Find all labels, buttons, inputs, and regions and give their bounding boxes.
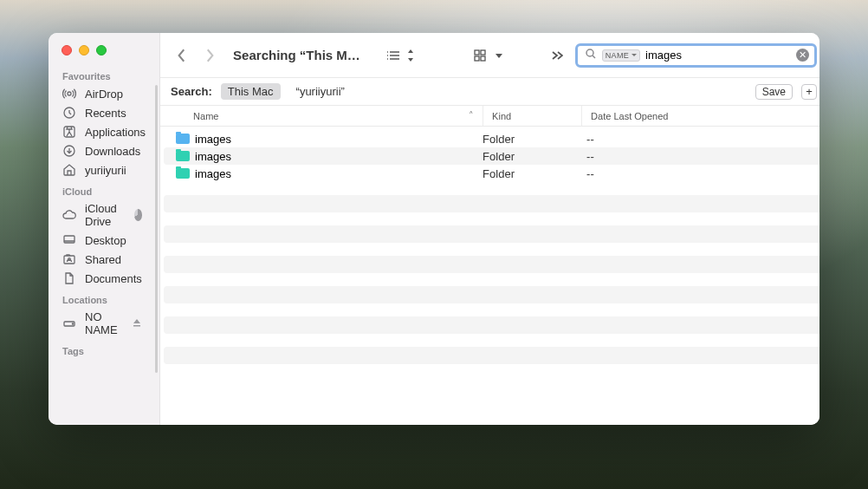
sidebar-item-label: Recents (85, 107, 126, 120)
column-date[interactable]: Date Last Opened (581, 106, 819, 126)
table-row[interactable]: images Folder -- (164, 130, 819, 147)
group-button[interactable] (473, 49, 502, 62)
downloads-icon (62, 144, 76, 158)
overflow-button[interactable] (549, 49, 563, 62)
close-button[interactable] (62, 45, 72, 55)
shared-icon (62, 252, 76, 266)
main-content: Searching “This M… NAME ✕ S (160, 33, 819, 425)
file-name: images (195, 167, 231, 180)
sidebar-item-label: iCloud Drive (85, 202, 126, 228)
sidebar-item-label: Applications (85, 126, 146, 139)
desktop-icon (62, 233, 76, 247)
empty-row (164, 316, 819, 334)
empty-row (164, 347, 819, 364)
folder-icon (176, 168, 190, 179)
svg-point-8 (72, 323, 73, 324)
svg-rect-4 (64, 236, 74, 243)
empty-row (164, 286, 819, 303)
toolbar: Searching “This M… NAME ✕ (160, 33, 819, 78)
sidebar-item-label: AirDrop (85, 88, 123, 101)
home-icon (62, 163, 76, 177)
empty-row (164, 225, 819, 243)
section-icloud-title: iCloud (49, 179, 159, 199)
clear-search-button[interactable]: ✕ (796, 49, 809, 62)
search-token-name[interactable]: NAME (602, 49, 640, 62)
scope-user-folder[interactable]: “yuriiyurii” (289, 83, 352, 100)
empty-row (164, 195, 819, 212)
sidebar-item-label: Downloads (85, 145, 140, 158)
empty-row (164, 256, 819, 273)
search-input[interactable] (645, 49, 791, 62)
sidebar-item-label: Desktop (85, 234, 126, 247)
sidebar-item-desktop[interactable]: Desktop (49, 231, 159, 250)
sidebar-item-recents[interactable]: Recents (49, 103, 159, 122)
svg-rect-11 (475, 56, 479, 61)
scope-label: Search: (171, 85, 212, 98)
sidebar-item-downloads[interactable]: Downloads (49, 141, 159, 160)
applications-icon (62, 125, 76, 139)
drive-icon (62, 316, 76, 330)
sort-ascending-icon: ˄ (469, 110, 474, 121)
sidebar-item-label: Documents (85, 272, 142, 285)
column-name[interactable]: Name ˄ (160, 106, 483, 126)
column-headers: Name ˄ Kind Date Last Opened (160, 106, 819, 127)
forward-button[interactable] (204, 48, 216, 63)
search-field[interactable]: NAME ✕ (575, 43, 817, 68)
sidebar-item-shared[interactable]: Shared (49, 250, 159, 269)
airdrop-icon (62, 87, 76, 101)
clock-icon (62, 106, 76, 120)
sidebar-item-airdrop[interactable]: AirDrop (49, 84, 159, 103)
window-controls (49, 45, 159, 64)
file-name: images (195, 150, 231, 163)
file-kind: Folder (483, 167, 581, 180)
svg-point-13 (586, 49, 593, 56)
section-favourites-title: Favourites (49, 64, 159, 84)
folder-icon (176, 151, 190, 161)
file-name: images (195, 133, 231, 146)
file-date: -- (581, 133, 819, 146)
back-button[interactable] (176, 48, 188, 63)
icloud-usage-icon (134, 209, 142, 221)
sidebar-item-icloud-drive[interactable]: iCloud Drive (49, 199, 159, 231)
sidebar-item-home[interactable]: yuriiyurii (49, 160, 159, 179)
sidebar-item-label: Shared (85, 253, 121, 266)
sidebar: Favourites AirDrop Recents Applications … (49, 33, 160, 425)
view-list-button[interactable] (385, 49, 414, 62)
section-locations-title: Locations (49, 288, 159, 308)
sidebar-item-noname[interactable]: NO NAME (49, 308, 159, 339)
file-date: -- (581, 167, 819, 180)
sidebar-scrollbar[interactable] (155, 85, 158, 373)
finder-window: Favourites AirDrop Recents Applications … (49, 33, 819, 425)
sidebar-item-label: NO NAME (85, 310, 123, 336)
scope-this-mac[interactable]: This Mac (221, 83, 281, 100)
column-kind[interactable]: Kind (483, 106, 581, 126)
window-title: Searching “This M… (233, 48, 360, 62)
document-icon (62, 271, 76, 285)
add-criteria-button[interactable]: + (801, 84, 817, 100)
section-tags-title: Tags (49, 339, 159, 359)
cloud-icon (62, 208, 76, 222)
file-date: -- (581, 150, 819, 163)
eject-icon[interactable] (132, 317, 142, 330)
chevron-down-icon (496, 53, 502, 58)
table-row[interactable]: images Folder -- (164, 165, 819, 182)
svg-rect-9 (475, 50, 479, 55)
table-row[interactable]: images Folder -- (164, 147, 819, 165)
search-scope-bar: Search: This Mac “yuriiyurii” Save + (160, 78, 819, 106)
search-icon (585, 48, 597, 63)
svg-rect-12 (481, 56, 485, 61)
fullscreen-button[interactable] (96, 45, 107, 55)
file-kind: Folder (483, 133, 581, 146)
svg-point-0 (68, 92, 71, 95)
nav-arrows (171, 48, 221, 63)
sidebar-item-label: yuriiyurii (85, 164, 126, 177)
results-list[interactable]: images Folder -- images Folder -- images… (160, 127, 819, 425)
minimize-button[interactable] (79, 45, 89, 55)
save-search-button[interactable]: Save (755, 84, 793, 100)
folder-icon (176, 134, 190, 144)
sidebar-item-applications[interactable]: Applications (49, 122, 159, 141)
sidebar-item-documents[interactable]: Documents (49, 269, 159, 288)
svg-rect-10 (481, 50, 485, 55)
file-kind: Folder (483, 150, 581, 163)
chevron-updown-icon (407, 49, 414, 62)
